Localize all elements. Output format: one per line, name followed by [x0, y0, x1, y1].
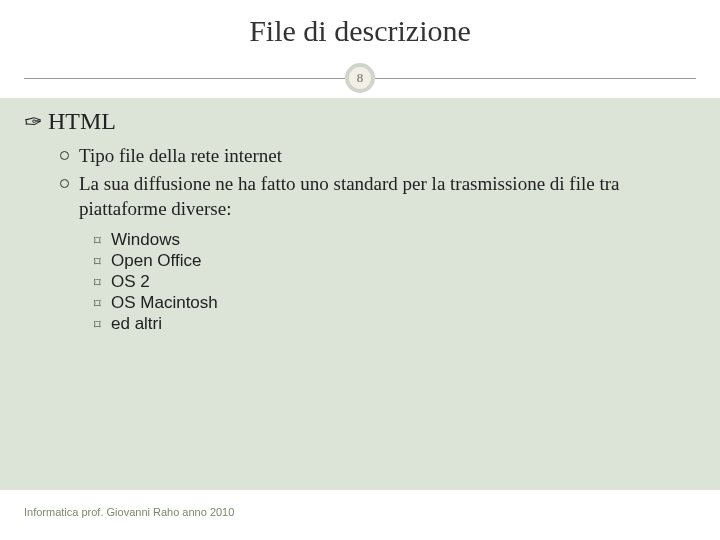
circle-bullet-icon	[60, 147, 69, 165]
list-item: La sua diffusione ne ha fatto uno standa…	[60, 171, 696, 222]
check-bullet-icon: ⌑	[94, 317, 101, 332]
sublist-item: ⌑ OS Macintosh	[94, 293, 696, 313]
page-number-badge: 8	[345, 63, 375, 93]
divider-row: 8	[0, 58, 720, 98]
check-bullet-icon: ⌑	[94, 233, 101, 248]
sublist-item-text: Windows	[111, 230, 180, 250]
sublist-item-text: ed altri	[111, 314, 162, 334]
circle-bullet-icon	[60, 175, 69, 193]
sublist-item: ⌑ OS 2	[94, 272, 696, 292]
list-item-text: Tipo file della rete internet	[79, 143, 696, 169]
sublist-item-text: Open Office	[111, 251, 201, 271]
list-item: Tipo file della rete internet	[60, 143, 696, 169]
sublist-item: ⌑ Open Office	[94, 251, 696, 271]
sublist-item: ⌑ Windows	[94, 230, 696, 250]
sublist-item-text: OS Macintosh	[111, 293, 218, 313]
slide-title: File di descrizione	[0, 0, 720, 48]
sublist-item-text: OS 2	[111, 272, 150, 292]
check-bullet-icon: ⌑	[94, 296, 101, 311]
check-bullet-icon: ⌑	[94, 275, 101, 290]
content-area: ✑ HTML Tipo file della rete internet La …	[0, 98, 720, 490]
heading-item: ✑ HTML	[24, 108, 696, 135]
list-item-text: La sua diffusione ne ha fatto uno standa…	[79, 171, 696, 222]
heading-text: HTML	[48, 108, 116, 135]
slide: File di descrizione 8 ✑ HTML Tipo file d…	[0, 0, 720, 540]
check-bullet-icon: ⌑	[94, 254, 101, 269]
sublist-item: ⌑ ed altri	[94, 314, 696, 334]
swirl-bullet-icon: ✑	[23, 108, 43, 135]
footer-text: Informatica prof. Giovanni Raho anno 201…	[24, 506, 234, 518]
